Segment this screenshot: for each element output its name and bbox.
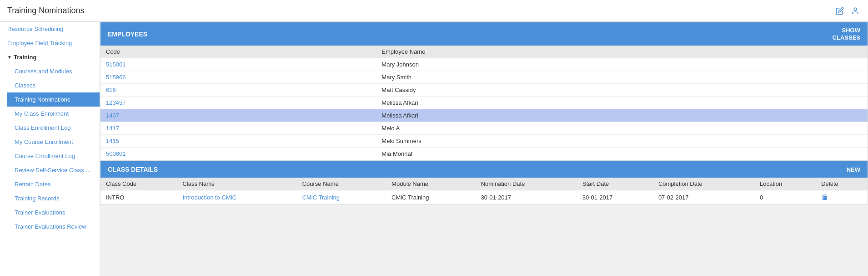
table-row[interactable]: 1417 Melo A — [100, 122, 868, 135]
employee-code-link[interactable]: 1407 — [106, 112, 119, 119]
col-delete: Delete — [816, 178, 868, 190]
employee-name: Melo A — [376, 122, 868, 135]
sidebar: Resource Scheduling Employee Field Track… — [0, 22, 100, 276]
col-class-name: Class Name — [177, 178, 296, 190]
employee-name: Mary Smith — [376, 71, 868, 84]
course-name-link[interactable]: CMiC Training — [302, 194, 340, 201]
col-completion-date: Completion Date — [653, 178, 754, 190]
employee-name: Matt Cassidy — [376, 84, 868, 97]
completion-date: 07-02-2017 — [653, 190, 754, 204]
table-row[interactable]: 515966 Mary Smith — [100, 71, 868, 84]
sidebar-item-training-nominations[interactable]: Training Nominations — [7, 92, 100, 107]
employees-panel: EMPLOYEES SHOW CLASSES Code Employee Nam… — [100, 22, 868, 161]
page-title: Training Nominations — [7, 6, 84, 15]
table-row[interactable]: INTRO Introduction to CMiC CMiC Training… — [100, 190, 868, 204]
employee-code-link[interactable]: 515001 — [106, 61, 125, 68]
sidebar-item-classes[interactable]: Classes — [7, 78, 100, 92]
class-details-table: Class Code Class Name Course Name Module… — [100, 178, 868, 204]
new-button[interactable]: NEW — [847, 166, 860, 173]
class-details-header-row: Class Code Class Name Course Name Module… — [100, 178, 868, 190]
col-class-code: Class Code — [100, 178, 177, 190]
employee-name: Melo Summers — [376, 135, 868, 148]
section-arrow: ▼ — [7, 55, 12, 60]
header-actions — [834, 5, 861, 16]
table-row[interactable]: 1415 Melo Summers — [100, 135, 868, 148]
col-module-name: Module Name — [386, 178, 475, 190]
sidebar-item-course-enrollment-log[interactable]: Course Enrollment Log — [7, 149, 100, 163]
class-code: INTRO — [100, 190, 177, 204]
employee-code: 515966 — [100, 71, 376, 84]
main-layout: Resource Scheduling Employee Field Track… — [0, 22, 868, 276]
sidebar-item-training-records[interactable]: Training Records — [7, 191, 100, 205]
class-name-link[interactable]: Introduction to CMiC — [182, 194, 236, 201]
employees-panel-title: EMPLOYEES — [108, 31, 147, 38]
start-date: 30-01-2017 — [577, 190, 653, 204]
col-code: Code — [100, 46, 376, 58]
sidebar-item-class-enrollment-log[interactable]: Class Enrollment Log — [7, 121, 100, 135]
employees-table: Code Employee Name 515001 Mary Johnson 5… — [100, 46, 868, 160]
svg-point-0 — [854, 8, 857, 10]
employee-code-link[interactable]: 500801 — [106, 150, 125, 157]
sidebar-training-subsection: Courses and Modules Classes Training Nom… — [0, 64, 100, 234]
employee-code: 123457 — [100, 97, 376, 109]
section-label: Training — [14, 54, 37, 61]
employees-table-wrapper: Code Employee Name 515001 Mary Johnson 5… — [100, 46, 868, 160]
employee-code: 1415 — [100, 135, 376, 148]
employees-panel-header: EMPLOYEES SHOW CLASSES — [100, 22, 868, 46]
delete-icon[interactable]: 🗑 — [821, 193, 828, 201]
sidebar-item-courses-and-modules[interactable]: Courses and Modules — [7, 64, 100, 78]
table-row[interactable]: 500801 Mia Monnaf — [100, 148, 868, 160]
class-details-panel: CLASS DETAILS NEW Class Code Class Name … — [100, 161, 868, 205]
employee-code-link[interactable]: 1415 — [106, 138, 119, 144]
sidebar-item-employee-field-tracking[interactable]: Employee Field Tracking — [0, 36, 100, 50]
sidebar-item-my-course-enrollment[interactable]: My Course Enrollment — [7, 135, 100, 149]
sidebar-item-trainer-evaluations[interactable]: Trainer Evaluations — [7, 205, 100, 220]
course-name: CMiC Training — [297, 190, 386, 204]
employee-code-link[interactable]: 616 — [106, 87, 116, 93]
employee-code: 1407 — [100, 109, 376, 122]
col-start-date: Start Date — [577, 178, 653, 190]
nomination-date: 30-01-2017 — [476, 190, 577, 204]
employee-code: 1417 — [100, 122, 376, 135]
col-nomination-date: Nomination Date — [476, 178, 577, 190]
employee-code-link[interactable]: 515966 — [106, 74, 125, 81]
employee-code-link[interactable]: 1417 — [106, 125, 119, 132]
employee-name: Melissa Afkari — [376, 109, 868, 122]
employee-code: 500801 — [100, 148, 376, 160]
edit-icon[interactable] — [834, 5, 845, 16]
col-location: Location — [754, 178, 816, 190]
table-row[interactable]: 616 Matt Cassidy — [100, 84, 868, 97]
employee-name: Mia Monnaf — [376, 148, 868, 160]
header: Training Nominations — [0, 0, 868, 22]
sidebar-item-resource-scheduling[interactable]: Resource Scheduling — [0, 22, 100, 36]
employees-table-header-row: Code Employee Name — [100, 46, 868, 58]
class-details-panel-title: CLASS DETAILS — [108, 166, 158, 173]
sidebar-item-trainer-evaluations-review[interactable]: Trainer Evaluations Review — [7, 220, 100, 234]
employee-name: Mary Johnson — [376, 58, 868, 71]
class-name: Introduction to CMiC — [177, 190, 296, 204]
table-row[interactable]: 123457 Melissa Afkari — [100, 97, 868, 109]
sidebar-item-review-self-service[interactable]: Review Self-Service Class Enrollm — [7, 163, 100, 177]
sidebar-training-section: ▼ Training — [0, 50, 100, 64]
show-classes-button[interactable]: SHOW CLASSES — [833, 27, 860, 41]
user-icon[interactable] — [850, 5, 861, 16]
table-row[interactable]: 1407 Melissa Afkari — [100, 109, 868, 122]
table-row[interactable]: 515001 Mary Johnson — [100, 58, 868, 71]
module-name: CMiC Training — [386, 190, 475, 204]
employee-code-link[interactable]: 123457 — [106, 99, 125, 106]
sidebar-item-retrain-dates[interactable]: Retrain Dates — [7, 177, 100, 191]
class-details-panel-header: CLASS DETAILS NEW — [100, 161, 868, 178]
location: 0 — [754, 190, 816, 204]
delete-cell[interactable]: 🗑 — [816, 190, 868, 204]
sidebar-item-my-class-enrollment[interactable]: My Class Enrollment — [7, 107, 100, 121]
employee-name: Melissa Afkari — [376, 97, 868, 109]
content-area: EMPLOYEES SHOW CLASSES Code Employee Nam… — [100, 22, 868, 276]
col-employee-name: Employee Name — [376, 46, 868, 58]
col-course-name: Course Name — [297, 178, 386, 190]
employee-code: 616 — [100, 84, 376, 97]
employee-code: 515001 — [100, 58, 376, 71]
